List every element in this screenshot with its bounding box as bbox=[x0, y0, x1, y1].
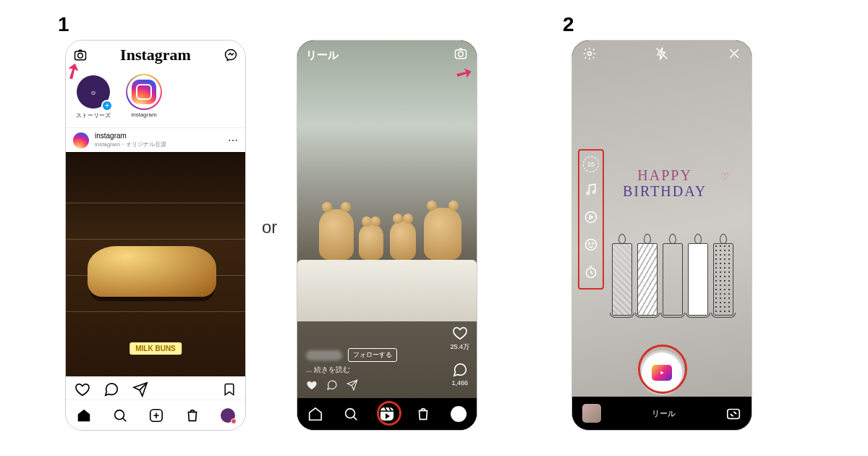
like-icon[interactable] bbox=[306, 379, 318, 392]
like-icon[interactable] bbox=[75, 381, 90, 397]
svg-point-11 bbox=[586, 212, 597, 223]
svg-point-1 bbox=[78, 54, 83, 59]
nav-home-icon[interactable] bbox=[76, 408, 92, 423]
instagram-glyph-icon bbox=[132, 80, 156, 104]
nav-profile-icon[interactable] bbox=[221, 408, 235, 423]
reels-viewer-screen: リール ➚ 25.4万 1,466 フォローする ... 続きを読む bbox=[297, 40, 477, 431]
story-label: instagram bbox=[131, 111, 156, 118]
camera-tools-sidebar: 15 bbox=[578, 149, 604, 290]
separator-or: or bbox=[262, 217, 277, 237]
camera-mode-label[interactable]: リール bbox=[652, 408, 676, 419]
reels-chip-icon bbox=[652, 365, 672, 381]
flash-off-icon[interactable] bbox=[655, 46, 669, 64]
svg-rect-7 bbox=[380, 408, 393, 421]
nav-shop-icon[interactable] bbox=[415, 406, 431, 422]
reels-title: リール bbox=[306, 48, 339, 62]
timer-icon[interactable] bbox=[584, 265, 598, 282]
post-action-bar bbox=[66, 376, 245, 402]
feed-top-bar: Instagram bbox=[66, 41, 245, 69]
viewfinder-drawing-candles bbox=[612, 243, 733, 330]
comment-icon[interactable] bbox=[326, 379, 338, 392]
step-1-label: 1 bbox=[58, 13, 69, 36]
effects-icon[interactable] bbox=[584, 237, 598, 255]
your-story[interactable]: ⌾+ ストーリーズ bbox=[73, 74, 114, 127]
messenger-icon[interactable] bbox=[224, 48, 238, 62]
svg-rect-16 bbox=[728, 410, 740, 419]
post-media-caption: MILK BUNS bbox=[129, 342, 182, 355]
camera-top-bar bbox=[572, 41, 752, 69]
post-media-content bbox=[88, 246, 216, 297]
post-audio-subtitle[interactable]: instagram・オリジナル音源 bbox=[95, 140, 166, 149]
audio-icon[interactable] bbox=[584, 182, 598, 200]
svg-point-6 bbox=[345, 409, 354, 418]
svg-point-5 bbox=[459, 52, 464, 57]
reel-author-name-blurred[interactable] bbox=[306, 350, 342, 360]
stories-tray[interactable]: ⌾+ ストーリーズ instagram bbox=[66, 69, 245, 127]
reels-bottom-nav bbox=[297, 398, 477, 430]
settings-icon[interactable] bbox=[582, 46, 597, 64]
post-more-icon[interactable]: ⋯ bbox=[228, 135, 238, 146]
nav-profile-icon[interactable] bbox=[451, 406, 467, 422]
comment-icon[interactable] bbox=[103, 381, 119, 397]
svg-point-9 bbox=[587, 192, 589, 194]
svg-point-14 bbox=[592, 243, 594, 245]
duration-icon[interactable]: 15 bbox=[583, 156, 599, 172]
post-author-avatar[interactable] bbox=[73, 132, 89, 148]
nav-create-icon[interactable] bbox=[148, 408, 164, 423]
post-author-name[interactable]: instagram bbox=[95, 132, 166, 140]
step-2-label: 2 bbox=[563, 13, 574, 36]
reels-camera-screen: 15 HAPPY BIRTHDAY ♡ リール bbox=[571, 40, 752, 431]
viewfinder-drawing-text: HAPPY BIRTHDAY bbox=[623, 167, 707, 199]
switch-camera-icon[interactable] bbox=[726, 405, 741, 421]
camera-bottom-bar: リール bbox=[572, 397, 752, 430]
post-media[interactable]: MILK BUNS bbox=[66, 152, 245, 376]
speed-icon[interactable] bbox=[584, 210, 598, 227]
gallery-thumbnail[interactable] bbox=[582, 404, 601, 423]
svg-point-2 bbox=[115, 410, 124, 419]
reels-top-bar: リール bbox=[297, 41, 477, 69]
send-icon[interactable] bbox=[132, 381, 148, 397]
nav-shop-icon[interactable] bbox=[184, 408, 200, 423]
story-label: ストーリーズ bbox=[76, 111, 111, 119]
add-story-plus-icon[interactable]: + bbox=[101, 100, 113, 111]
instagram-feed-screen: Instagram ➚ ⌾+ ストーリーズ instagram instagra… bbox=[65, 40, 246, 431]
svg-point-12 bbox=[586, 240, 597, 250]
nav-reels-icon[interactable] bbox=[378, 405, 396, 423]
svg-point-13 bbox=[589, 243, 590, 245]
feed-bottom-nav bbox=[66, 400, 245, 430]
read-more-link[interactable]: ... 続きを読む bbox=[306, 365, 468, 375]
story-instagram[interactable]: instagram bbox=[124, 74, 164, 127]
bookmark-icon[interactable] bbox=[222, 382, 237, 397]
nav-search-icon[interactable] bbox=[343, 406, 359, 422]
svg-point-8 bbox=[588, 52, 592, 56]
nav-search-icon[interactable] bbox=[112, 408, 128, 423]
viewfinder-drawing-heart: ♡ bbox=[720, 171, 730, 182]
follow-button[interactable]: フォローする bbox=[348, 348, 397, 362]
instagram-logo: Instagram bbox=[120, 46, 191, 64]
send-icon[interactable] bbox=[346, 379, 358, 392]
reel-meta: フォローする ... 続きを読む bbox=[306, 348, 468, 392]
shutter-area bbox=[572, 349, 752, 397]
shutter-button[interactable] bbox=[642, 352, 682, 393]
post-header[interactable]: instagram instagram・オリジナル音源 ⋯ bbox=[66, 127, 245, 152]
close-icon[interactable] bbox=[727, 46, 741, 64]
nav-home-icon[interactable] bbox=[307, 406, 323, 422]
svg-point-10 bbox=[593, 191, 595, 193]
